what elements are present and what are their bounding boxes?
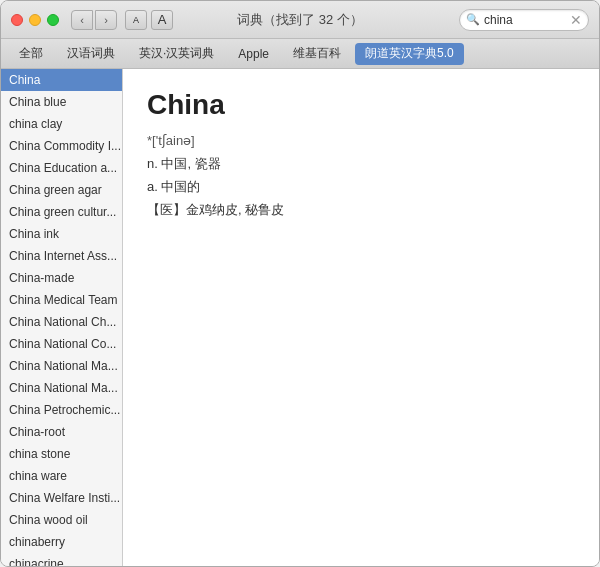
definition-adj: a. 中国的 [147,175,575,198]
content-area: China *['tʃainə] n. 中国, 瓷器 a. 中国的 【医】金鸡纳… [123,69,599,567]
sidebar-item-5[interactable]: China green agar [1,179,122,201]
sidebar-item-17[interactable]: china stone [1,443,122,465]
sidebar-item-15[interactable]: China Petrochemic... [1,399,122,421]
tabbar: 全部 汉语词典 英汉·汉英词典 Apple 维基百科 朗道英汉字典5.0 [1,39,599,69]
sidebar-item-3[interactable]: China Commodity I... [1,135,122,157]
tab-chinese[interactable]: 汉语词典 [57,43,125,65]
sidebar-item-18[interactable]: china ware [1,465,122,487]
entry-title: China [147,89,575,121]
tab-en-zh[interactable]: 英汉·汉英词典 [129,43,224,65]
sidebar-item-13[interactable]: China National Ma... [1,355,122,377]
search-box[interactable]: 🔍 ✕ [459,9,589,31]
sidebar-item-22[interactable]: chinacrine [1,553,122,567]
tab-langdao[interactable]: 朗道英汉字典5.0 [355,43,464,65]
def-noun-text: 中国, 瓷器 [161,156,220,171]
sidebar-item-1[interactable]: China blue [1,91,122,113]
sidebar-item-7[interactable]: China ink [1,223,122,245]
back-button[interactable]: ‹ [71,10,93,30]
maximize-button[interactable] [47,14,59,26]
traffic-lights [11,14,59,26]
sidebar-item-0[interactable]: China [1,69,122,91]
sidebar-item-16[interactable]: China-root [1,421,122,443]
minimize-button[interactable] [29,14,41,26]
search-icon: 🔍 [466,13,480,26]
font-buttons: A A [125,10,173,30]
sidebar-item-12[interactable]: China National Co... [1,333,122,355]
window-title: 词典（找到了 32 个） [237,11,363,29]
close-button[interactable] [11,14,23,26]
tab-wikipedia[interactable]: 维基百科 [283,43,351,65]
sidebar: ChinaChina bluechina clayChina Commodity… [1,69,123,567]
sidebar-item-8[interactable]: China Internet Ass... [1,245,122,267]
forward-button[interactable]: › [95,10,117,30]
search-input[interactable] [484,13,568,27]
titlebar: ‹ › A A 词典（找到了 32 个） 🔍 ✕ [1,1,599,39]
sidebar-item-21[interactable]: chinaberry [1,531,122,553]
def-adj-text: 中国的 [161,179,200,194]
sidebar-item-19[interactable]: China Welfare Insti... [1,487,122,509]
search-clear-icon[interactable]: ✕ [570,12,582,28]
sidebar-item-9[interactable]: China-made [1,267,122,289]
medical-note: 【医】金鸡纳皮, 秘鲁皮 [147,201,575,219]
font-small-button[interactable]: A [125,10,147,30]
sidebar-item-10[interactable]: China Medical Team [1,289,122,311]
tab-all[interactable]: 全部 [9,43,53,65]
sidebar-item-11[interactable]: China National Ch... [1,311,122,333]
pos-noun: n. [147,156,161,171]
phonetic: *['tʃainə] [147,133,575,148]
sidebar-item-14[interactable]: China National Ma... [1,377,122,399]
pos-adj: a. [147,179,161,194]
sidebar-item-20[interactable]: China wood oil [1,509,122,531]
font-large-button[interactable]: A [151,10,173,30]
nav-arrows: ‹ › [71,10,117,30]
definition-noun: n. 中国, 瓷器 [147,152,575,175]
main-layout: ChinaChina bluechina clayChina Commodity… [1,69,599,567]
sidebar-item-2[interactable]: china clay [1,113,122,135]
sidebar-item-4[interactable]: China Education a... [1,157,122,179]
tab-apple[interactable]: Apple [228,43,279,65]
sidebar-item-6[interactable]: China green cultur... [1,201,122,223]
